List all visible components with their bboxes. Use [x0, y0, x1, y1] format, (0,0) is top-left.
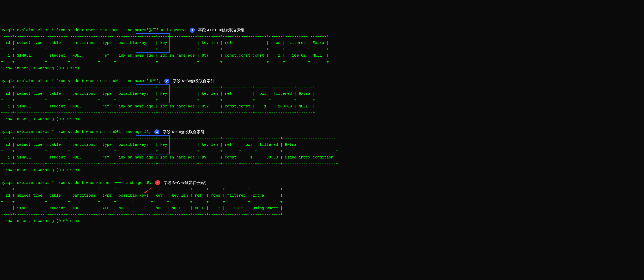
blank-line — [1, 122, 643, 129]
result-summary: 1 row in set, 1 warning (0.00 sec) — [1, 218, 643, 224]
annotation-text: 字段 A+B+C=触发联合索引 — [196, 28, 246, 33]
explain-table: +----+-------------+---------+----------… — [1, 84, 643, 116]
annotation-badge: 3 — [154, 129, 159, 134]
table-border-bot: +----+-------------+---------+----------… — [1, 59, 643, 65]
explain-table: +----+-------------+---------+----------… — [1, 186, 643, 218]
annotation-badge: 4 — [155, 180, 160, 185]
sql-statement: explain select * from student where name… — [17, 181, 154, 185]
mysql-prompt: mysql> — [1, 181, 17, 185]
blank-line — [1, 173, 643, 180]
table-border-top: +----+-------------+---------+----------… — [1, 135, 643, 142]
explain-table: +----+-------------+---------+----------… — [1, 135, 643, 167]
annotation-badge: 1 — [190, 28, 195, 33]
sql-statement: explain select * from student where sn='… — [17, 79, 163, 83]
table-border-bot: +----+-------------+---------+----------… — [1, 211, 643, 218]
annotation-text: 字段 A+C=触发联合索引 — [160, 129, 206, 134]
query-line: mysql> explain select * from student whe… — [1, 27, 643, 33]
table-border-bot: +----+-------------+---------+----------… — [1, 161, 643, 167]
mysql-prompt: mysql> — [1, 130, 17, 134]
sql-statement: explain select * from student where sn='… — [17, 130, 153, 134]
query-line: mysql> explain select * from student whe… — [1, 180, 643, 186]
explain-table: +----+-------------+---------+----------… — [1, 33, 643, 65]
table-border-mid: +----+-------------+---------+----------… — [1, 199, 643, 205]
table-header-row: | id | select_type | table | partitions … — [1, 40, 643, 46]
table-border-bot: +----+-------------+---------+----------… — [1, 110, 643, 116]
table-data-row: | 1 | SIMPLE | student | NULL | ALL | NU… — [1, 205, 643, 211]
annotation-text: 字段 B+C 未触发联合索引 — [161, 180, 209, 185]
query-line: mysql> explain select * from student whe… — [1, 78, 643, 84]
table-header-row: | id | select_type | table | partitions … — [1, 142, 643, 148]
result-summary: 1 row in set, 1 warning (0.00 sec) — [1, 65, 643, 72]
table-border-mid: +----+-------------+---------+----------… — [1, 148, 643, 154]
blank-line — [1, 224, 643, 230]
table-border-mid: +----+-------------+---------+----------… — [1, 46, 643, 52]
result-summary: 1 row in set, 1 warning (0.00 sec) — [1, 116, 643, 122]
table-header-row: | id | select_type | table | partitions … — [1, 192, 643, 199]
table-data-row: | 1 | SIMPLE | student | NULL | ref | id… — [1, 103, 643, 110]
table-border-top: +----+-------------+---------+----------… — [1, 33, 643, 40]
annotation-text: 字段 A+B=触发联合索引 — [170, 78, 215, 83]
result-summary: 1 row in set, 1 warning (0.00 sec) — [1, 167, 643, 173]
table-border-top: +----+-------------+---------+----------… — [1, 186, 643, 192]
table-data-row: | 1 | SIMPLE | student | NULL | ref | id… — [1, 52, 643, 59]
mysql-prompt: mysql> — [1, 28, 17, 32]
table-header-row: | id | select_type | table | partitions … — [1, 91, 643, 97]
annotation-badge: 2 — [164, 79, 169, 84]
table-data-row: | 1 | SIMPLE | student | NULL | ref | id… — [1, 154, 643, 161]
mysql-prompt: mysql> — [1, 79, 17, 83]
query-line: mysql> explain select * from student whe… — [1, 129, 643, 135]
sql-statement: explain select * from student where sn='… — [17, 28, 188, 32]
terminal-output: mysql> explain select * from student whe… — [1, 27, 643, 230]
table-border-mid: +----+-------------+---------+----------… — [1, 97, 643, 103]
table-border-top: +----+-------------+---------+----------… — [1, 84, 643, 91]
blank-line — [1, 72, 643, 78]
